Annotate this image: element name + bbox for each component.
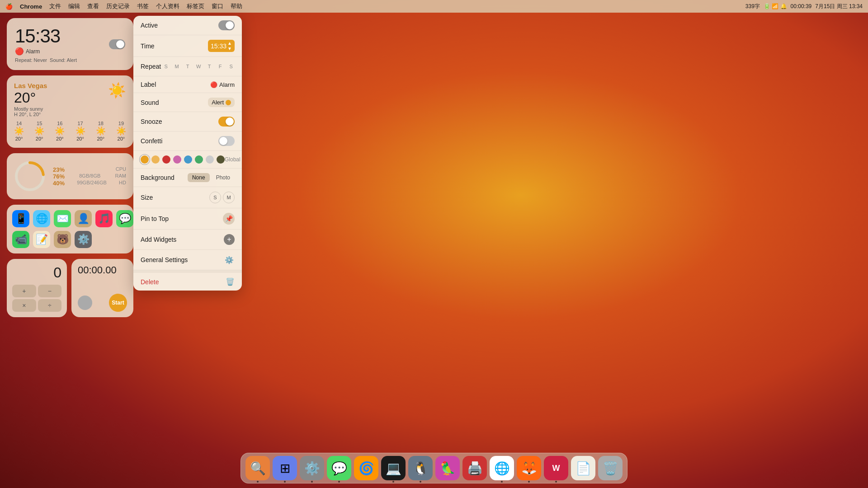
app-safari[interactable]: 🌐 (33, 210, 50, 227)
calc-plus[interactable]: + (12, 285, 36, 297)
dock-settings[interactable]: ⚙️ (300, 456, 324, 480)
app-appstore[interactable]: 📱 (12, 210, 29, 227)
menu-edit[interactable]: 编辑 (68, 2, 80, 10)
delete-icon[interactable]: 🗑️ (226, 277, 235, 286)
bg-none-button[interactable]: None (188, 173, 210, 182)
dock-preview[interactable]: 🖨️ (462, 456, 487, 480)
color-dot-6[interactable] (206, 155, 214, 164)
popup-pin-row: Pin to Top 📌 (133, 208, 242, 230)
menu-window[interactable]: 窗口 (212, 2, 223, 10)
day-btn-m[interactable]: M (172, 61, 182, 71)
bg-buttons: None Photo (188, 173, 235, 182)
word-dot (555, 481, 557, 483)
apple-menu[interactable]: 🍎 (5, 3, 13, 10)
dock-finder[interactable]: 🔍 (245, 456, 270, 480)
day-btn-w[interactable]: W (193, 61, 203, 71)
delete-label[interactable]: Delete (141, 278, 159, 286)
hd-label: HD (119, 180, 126, 187)
finder-icon: 🔍 (250, 461, 266, 476)
dock-pinwheel[interactable]: 🌀 (354, 456, 378, 480)
menu-view[interactable]: 查看 (87, 2, 99, 10)
day-icon-5: ☀️ (96, 126, 106, 136)
clock-toggle[interactable] (109, 39, 125, 49)
menubar-right: 339字 🔋 📶 🔔 00:00:39 7月15日 周三 13:34 (745, 3, 863, 10)
clock-repeat: Repeat: Never Sound: Alert (15, 57, 77, 63)
dock-firefox[interactable]: 🦊 (517, 456, 541, 480)
launchpad-dot (284, 481, 286, 483)
bg-photo-button[interactable]: Photo (212, 173, 235, 182)
day-btn-s2[interactable]: S (226, 61, 236, 71)
app-contacts[interactable]: 👤 (75, 210, 92, 227)
menu-history[interactable]: 历史记录 (106, 2, 130, 10)
app-notes[interactable]: 📝 (33, 231, 50, 248)
size-m-button[interactable]: M (223, 192, 235, 203)
app-finder[interactable]: 🐻 (54, 231, 71, 248)
day-temp-1: 20° (14, 136, 24, 141)
clock-alarm-row: 🔴 Alarm (15, 47, 77, 56)
time-stepper-icon[interactable]: ▲▼ (227, 41, 232, 51)
app-settings[interactable]: ⚙️ (75, 231, 92, 248)
confetti-label: Confetti (141, 137, 162, 145)
dock-finder2[interactable]: 🐧 (408, 456, 433, 480)
settings-dot (311, 481, 313, 483)
terminal-icon: 💻 (386, 461, 401, 476)
dock-docs[interactable]: 📄 (571, 456, 595, 480)
menu-help[interactable]: 帮助 (231, 2, 242, 10)
timer-start-button[interactable]: Start (109, 294, 127, 312)
dock-wechat[interactable]: 💬 (327, 456, 351, 480)
dock-launchpad[interactable]: ⊞ (273, 456, 297, 480)
popup-color-row: Global (133, 151, 242, 169)
timer-reset-button[interactable] (78, 296, 92, 310)
add-widgets-button[interactable]: + (224, 234, 235, 245)
time-input[interactable]: 15:33 ▲▼ (208, 40, 235, 52)
dock-word[interactable]: W (544, 456, 568, 480)
day-btn-t2[interactable]: T (204, 61, 214, 71)
color-dot-4[interactable] (184, 155, 192, 164)
color-dot-3[interactable] (173, 155, 181, 164)
desktop: 🍎 Chrome 文件 编辑 查看 历史记录 书签 个人资料 标签页 窗口 帮助… (0, 0, 868, 488)
menu-tabs[interactable]: 标签页 (187, 2, 204, 10)
dock-parrot[interactable]: 🦜 (435, 456, 460, 480)
popup-delete-row: Delete 🗑️ (133, 273, 242, 291)
color-dot-0[interactable] (141, 155, 149, 164)
color-dot-7[interactable] (217, 155, 225, 164)
confetti-toggle[interactable] (218, 136, 235, 146)
menu-file[interactable]: 文件 (49, 2, 61, 10)
label-text: Alarm (219, 81, 235, 88)
general-settings-button[interactable]: ⚙️ (224, 254, 235, 265)
snooze-toggle[interactable] (218, 117, 235, 127)
browser-name[interactable]: Chrome (20, 3, 42, 10)
calc-minus[interactable]: − (38, 285, 62, 297)
mini-widgets: 0 + − × ÷ 00:00.00 Start (7, 259, 133, 317)
time-value: 15:33 (211, 42, 226, 50)
app-messages[interactable]: 💬 (116, 210, 133, 227)
active-toggle[interactable] (218, 20, 235, 30)
color-dot-1[interactable] (151, 155, 160, 164)
color-dot-5[interactable] (195, 155, 203, 164)
dock-chrome[interactable]: 🌐 (490, 456, 514, 480)
dock-terminal[interactable]: 💻 (381, 456, 406, 480)
cpu-value: 23% (53, 166, 65, 173)
menu-profile[interactable]: 个人资料 (156, 2, 179, 10)
app-mail[interactable]: ✉️ (54, 210, 71, 227)
cpu-stat: 23% CPU (53, 166, 126, 173)
day-btn-s1[interactable]: S (161, 61, 171, 71)
label-value[interactable]: 🔴 Alarm (210, 81, 235, 88)
app-music[interactable]: 🎵 (95, 210, 113, 227)
app-facetime[interactable]: 📹 (12, 231, 29, 248)
finder2-dot (420, 481, 421, 483)
pin-button[interactable]: 📌 (223, 213, 235, 225)
day-btn-f[interactable]: F (215, 61, 225, 71)
calc-times[interactable]: × (12, 299, 36, 312)
sound-value[interactable]: Alert (208, 98, 235, 107)
popup-add-widgets-row: Add Widgets + (133, 230, 242, 250)
color-dot-2[interactable] (162, 155, 170, 164)
calc-divide[interactable]: ÷ (38, 299, 62, 312)
day-btn-t1[interactable]: T (183, 61, 193, 71)
calc-display: 0 (12, 264, 61, 281)
size-s-button[interactable]: S (209, 192, 221, 203)
dock-trash[interactable]: 🗑️ (598, 456, 623, 480)
calc-widget: 0 + − × ÷ (7, 259, 67, 317)
active-label: Active (141, 22, 158, 29)
menu-bookmarks[interactable]: 书签 (137, 2, 149, 10)
